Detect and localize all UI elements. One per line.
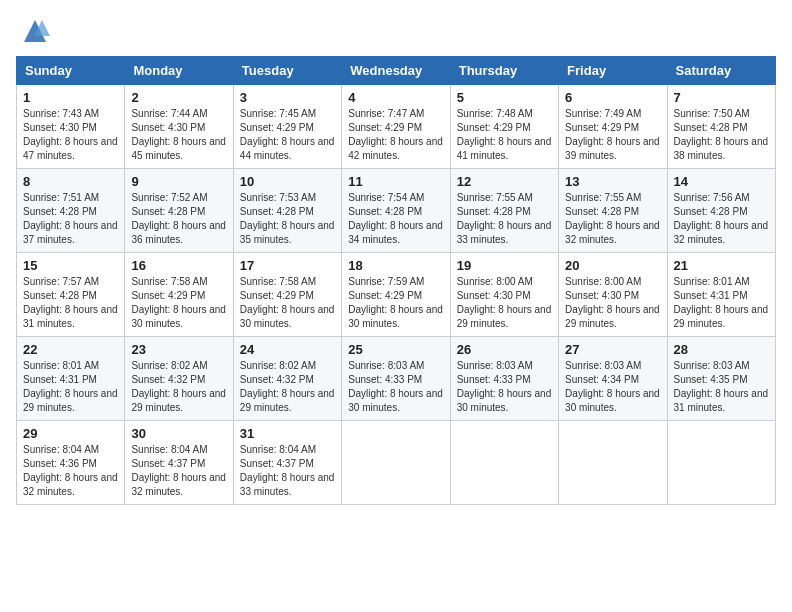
- day-info: Sunrise: 8:02 AMSunset: 4:32 PMDaylight:…: [240, 360, 335, 413]
- day-cell: 25 Sunrise: 8:03 AMSunset: 4:33 PMDaylig…: [342, 337, 450, 421]
- day-number: 31: [240, 426, 335, 441]
- col-header-monday: Monday: [125, 57, 233, 85]
- day-cell: 2 Sunrise: 7:44 AMSunset: 4:30 PMDayligh…: [125, 85, 233, 169]
- day-number: 26: [457, 342, 552, 357]
- week-row-2: 8 Sunrise: 7:51 AMSunset: 4:28 PMDayligh…: [17, 169, 776, 253]
- day-number: 6: [565, 90, 660, 105]
- header: [16, 16, 776, 46]
- day-info: Sunrise: 8:01 AMSunset: 4:31 PMDaylight:…: [23, 360, 118, 413]
- day-cell: 4 Sunrise: 7:47 AMSunset: 4:29 PMDayligh…: [342, 85, 450, 169]
- day-info: Sunrise: 7:43 AMSunset: 4:30 PMDaylight:…: [23, 108, 118, 161]
- col-header-thursday: Thursday: [450, 57, 558, 85]
- day-number: 9: [131, 174, 226, 189]
- day-info: Sunrise: 7:55 AMSunset: 4:28 PMDaylight:…: [565, 192, 660, 245]
- calendar-header-row: SundayMondayTuesdayWednesdayThursdayFrid…: [17, 57, 776, 85]
- day-info: Sunrise: 7:48 AMSunset: 4:29 PMDaylight:…: [457, 108, 552, 161]
- day-number: 24: [240, 342, 335, 357]
- day-info: Sunrise: 7:54 AMSunset: 4:28 PMDaylight:…: [348, 192, 443, 245]
- day-info: Sunrise: 7:55 AMSunset: 4:28 PMDaylight:…: [457, 192, 552, 245]
- day-number: 2: [131, 90, 226, 105]
- day-cell: 11 Sunrise: 7:54 AMSunset: 4:28 PMDaylig…: [342, 169, 450, 253]
- day-info: Sunrise: 7:47 AMSunset: 4:29 PMDaylight:…: [348, 108, 443, 161]
- day-number: 3: [240, 90, 335, 105]
- day-info: Sunrise: 8:03 AMSunset: 4:33 PMDaylight:…: [348, 360, 443, 413]
- day-cell: 26 Sunrise: 8:03 AMSunset: 4:33 PMDaylig…: [450, 337, 558, 421]
- day-cell: 14 Sunrise: 7:56 AMSunset: 4:28 PMDaylig…: [667, 169, 775, 253]
- day-info: Sunrise: 8:03 AMSunset: 4:34 PMDaylight:…: [565, 360, 660, 413]
- day-number: 17: [240, 258, 335, 273]
- day-info: Sunrise: 7:44 AMSunset: 4:30 PMDaylight:…: [131, 108, 226, 161]
- day-cell: 10 Sunrise: 7:53 AMSunset: 4:28 PMDaylig…: [233, 169, 341, 253]
- day-number: 11: [348, 174, 443, 189]
- logo: [16, 16, 50, 46]
- day-number: 5: [457, 90, 552, 105]
- day-info: Sunrise: 7:49 AMSunset: 4:29 PMDaylight:…: [565, 108, 660, 161]
- day-number: 19: [457, 258, 552, 273]
- day-cell: 22 Sunrise: 8:01 AMSunset: 4:31 PMDaylig…: [17, 337, 125, 421]
- day-cell: 13 Sunrise: 7:55 AMSunset: 4:28 PMDaylig…: [559, 169, 667, 253]
- day-info: Sunrise: 7:50 AMSunset: 4:28 PMDaylight:…: [674, 108, 769, 161]
- day-cell: [342, 421, 450, 505]
- day-cell: 6 Sunrise: 7:49 AMSunset: 4:29 PMDayligh…: [559, 85, 667, 169]
- week-row-5: 29 Sunrise: 8:04 AMSunset: 4:36 PMDaylig…: [17, 421, 776, 505]
- day-cell: 29 Sunrise: 8:04 AMSunset: 4:36 PMDaylig…: [17, 421, 125, 505]
- day-cell: [450, 421, 558, 505]
- day-number: 29: [23, 426, 118, 441]
- day-number: 20: [565, 258, 660, 273]
- day-number: 22: [23, 342, 118, 357]
- day-number: 13: [565, 174, 660, 189]
- day-cell: 19 Sunrise: 8:00 AMSunset: 4:30 PMDaylig…: [450, 253, 558, 337]
- week-row-4: 22 Sunrise: 8:01 AMSunset: 4:31 PMDaylig…: [17, 337, 776, 421]
- day-number: 23: [131, 342, 226, 357]
- day-info: Sunrise: 8:04 AMSunset: 4:36 PMDaylight:…: [23, 444, 118, 497]
- day-info: Sunrise: 7:53 AMSunset: 4:28 PMDaylight:…: [240, 192, 335, 245]
- day-info: Sunrise: 7:58 AMSunset: 4:29 PMDaylight:…: [131, 276, 226, 329]
- day-info: Sunrise: 8:03 AMSunset: 4:35 PMDaylight:…: [674, 360, 769, 413]
- day-cell: 5 Sunrise: 7:48 AMSunset: 4:29 PMDayligh…: [450, 85, 558, 169]
- day-info: Sunrise: 7:57 AMSunset: 4:28 PMDaylight:…: [23, 276, 118, 329]
- day-cell: 16 Sunrise: 7:58 AMSunset: 4:29 PMDaylig…: [125, 253, 233, 337]
- day-info: Sunrise: 8:00 AMSunset: 4:30 PMDaylight:…: [457, 276, 552, 329]
- day-info: Sunrise: 7:45 AMSunset: 4:29 PMDaylight:…: [240, 108, 335, 161]
- day-number: 25: [348, 342, 443, 357]
- day-info: Sunrise: 7:58 AMSunset: 4:29 PMDaylight:…: [240, 276, 335, 329]
- day-info: Sunrise: 8:04 AMSunset: 4:37 PMDaylight:…: [240, 444, 335, 497]
- col-header-saturday: Saturday: [667, 57, 775, 85]
- day-info: Sunrise: 7:52 AMSunset: 4:28 PMDaylight:…: [131, 192, 226, 245]
- day-cell: 30 Sunrise: 8:04 AMSunset: 4:37 PMDaylig…: [125, 421, 233, 505]
- day-cell: 27 Sunrise: 8:03 AMSunset: 4:34 PMDaylig…: [559, 337, 667, 421]
- day-number: 27: [565, 342, 660, 357]
- col-header-sunday: Sunday: [17, 57, 125, 85]
- day-number: 30: [131, 426, 226, 441]
- day-number: 16: [131, 258, 226, 273]
- day-cell: [559, 421, 667, 505]
- day-number: 12: [457, 174, 552, 189]
- day-cell: 15 Sunrise: 7:57 AMSunset: 4:28 PMDaylig…: [17, 253, 125, 337]
- day-info: Sunrise: 8:02 AMSunset: 4:32 PMDaylight:…: [131, 360, 226, 413]
- col-header-friday: Friday: [559, 57, 667, 85]
- day-cell: 23 Sunrise: 8:02 AMSunset: 4:32 PMDaylig…: [125, 337, 233, 421]
- day-info: Sunrise: 8:04 AMSunset: 4:37 PMDaylight:…: [131, 444, 226, 497]
- col-header-tuesday: Tuesday: [233, 57, 341, 85]
- day-cell: 24 Sunrise: 8:02 AMSunset: 4:32 PMDaylig…: [233, 337, 341, 421]
- day-cell: 8 Sunrise: 7:51 AMSunset: 4:28 PMDayligh…: [17, 169, 125, 253]
- day-cell: 18 Sunrise: 7:59 AMSunset: 4:29 PMDaylig…: [342, 253, 450, 337]
- day-cell: 12 Sunrise: 7:55 AMSunset: 4:28 PMDaylig…: [450, 169, 558, 253]
- logo-text: [16, 16, 50, 46]
- day-number: 28: [674, 342, 769, 357]
- day-number: 21: [674, 258, 769, 273]
- day-cell: 3 Sunrise: 7:45 AMSunset: 4:29 PMDayligh…: [233, 85, 341, 169]
- day-number: 14: [674, 174, 769, 189]
- day-cell: 1 Sunrise: 7:43 AMSunset: 4:30 PMDayligh…: [17, 85, 125, 169]
- day-number: 18: [348, 258, 443, 273]
- day-cell: [667, 421, 775, 505]
- day-info: Sunrise: 7:51 AMSunset: 4:28 PMDaylight:…: [23, 192, 118, 245]
- day-info: Sunrise: 7:56 AMSunset: 4:28 PMDaylight:…: [674, 192, 769, 245]
- day-cell: 17 Sunrise: 7:58 AMSunset: 4:29 PMDaylig…: [233, 253, 341, 337]
- day-info: Sunrise: 8:01 AMSunset: 4:31 PMDaylight:…: [674, 276, 769, 329]
- day-number: 8: [23, 174, 118, 189]
- day-info: Sunrise: 7:59 AMSunset: 4:29 PMDaylight:…: [348, 276, 443, 329]
- day-cell: 21 Sunrise: 8:01 AMSunset: 4:31 PMDaylig…: [667, 253, 775, 337]
- week-row-3: 15 Sunrise: 7:57 AMSunset: 4:28 PMDaylig…: [17, 253, 776, 337]
- week-row-1: 1 Sunrise: 7:43 AMSunset: 4:30 PMDayligh…: [17, 85, 776, 169]
